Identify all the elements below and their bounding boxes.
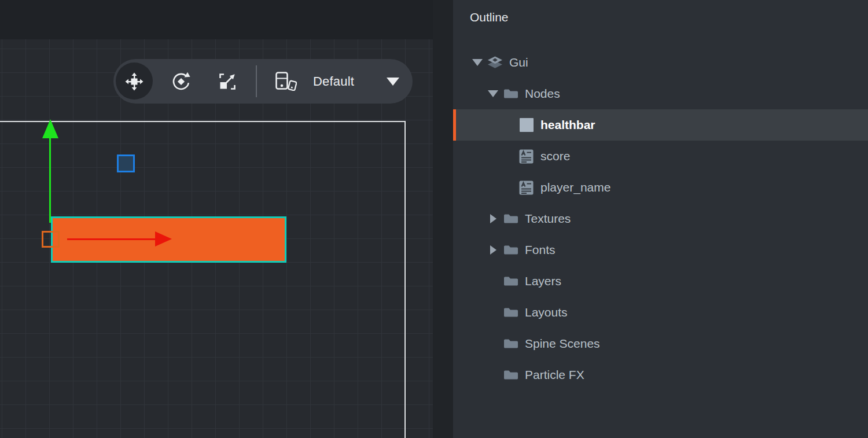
tree-item-nodes[interactable]: Nodes <box>453 78 868 109</box>
text-node-icon <box>518 149 534 164</box>
folder-icon <box>503 367 518 382</box>
tree-item-layers[interactable]: Layers <box>453 266 868 297</box>
move-tool-button[interactable] <box>116 59 153 104</box>
chevron-down-icon[interactable] <box>387 78 399 86</box>
move-gizmo-y-axis[interactable] <box>49 138 51 223</box>
move-gizmo-y-arrowhead-icon[interactable] <box>42 119 58 138</box>
tree-item-spine-scenes[interactable]: Spine Scenes <box>453 328 868 359</box>
outline-panel: Outline Gui Nodes healthbar score player… <box>453 0 868 438</box>
toolbar-separator <box>256 65 257 97</box>
gui-editor-window: Default Outline Gui Nodes healthbar scor… <box>0 0 868 438</box>
node-pivot-handle[interactable] <box>42 231 60 248</box>
expander-slot <box>488 307 498 318</box>
folder-icon <box>503 274 518 289</box>
outline-tree: Gui Nodes healthbar score player_name Te… <box>453 47 868 391</box>
outline-panel-title: Outline <box>470 10 509 24</box>
expander-slot <box>488 338 498 349</box>
box-node-icon <box>518 117 534 132</box>
tree-item-healthbar[interactable]: healthbar <box>453 109 868 141</box>
tree-item-gui[interactable]: Gui <box>453 47 868 78</box>
layout-profile-value: Default <box>313 74 354 89</box>
folder-icon <box>503 305 518 320</box>
gui-scene-icon <box>487 55 503 70</box>
scene-bounds-border-right <box>404 121 406 438</box>
canvas-top-strip <box>0 0 433 39</box>
expander-slot <box>488 370 498 380</box>
expander-down-icon[interactable] <box>472 57 483 68</box>
tree-item-player-name[interactable]: player_name <box>453 172 868 203</box>
rotate-icon <box>171 72 191 91</box>
scene-editor-pane: Default <box>0 0 433 438</box>
canvas-toolbar: Default <box>113 59 413 104</box>
tree-item-fonts[interactable]: Fonts <box>453 234 868 266</box>
folder-icon <box>503 211 518 226</box>
folder-icon <box>503 242 518 257</box>
pane-divider[interactable] <box>433 0 453 438</box>
expander-right-icon[interactable] <box>488 214 498 224</box>
expander-slot <box>503 120 514 130</box>
scale-tool-button[interactable] <box>209 59 246 104</box>
scene-bounds-border-top <box>0 121 406 122</box>
rotate-tool-button[interactable] <box>163 59 200 104</box>
tree-item-score[interactable]: score <box>453 141 868 172</box>
text-node-icon <box>518 180 534 195</box>
expander-right-icon[interactable] <box>488 245 498 255</box>
move-icon <box>125 72 144 91</box>
folder-icon <box>503 336 518 351</box>
scale-icon <box>218 72 237 91</box>
move-gizmo-x-arrowhead-icon[interactable] <box>155 231 172 246</box>
tree-item-textures[interactable]: Textures <box>453 203 868 234</box>
tree-item-particle-fx[interactable]: Particle FX <box>453 359 868 391</box>
move-gizmo-x-axis[interactable] <box>67 238 156 240</box>
selection-stripe <box>453 109 456 141</box>
expander-slot <box>488 276 498 286</box>
node-anchor-square[interactable] <box>117 154 135 172</box>
tree-item-layouts[interactable]: Layouts <box>453 297 868 328</box>
expander-slot <box>503 151 514 161</box>
device-rotate-icon <box>275 72 297 91</box>
expander-down-icon[interactable] <box>488 89 498 99</box>
expander-slot <box>503 182 514 193</box>
folder-icon <box>503 86 518 101</box>
